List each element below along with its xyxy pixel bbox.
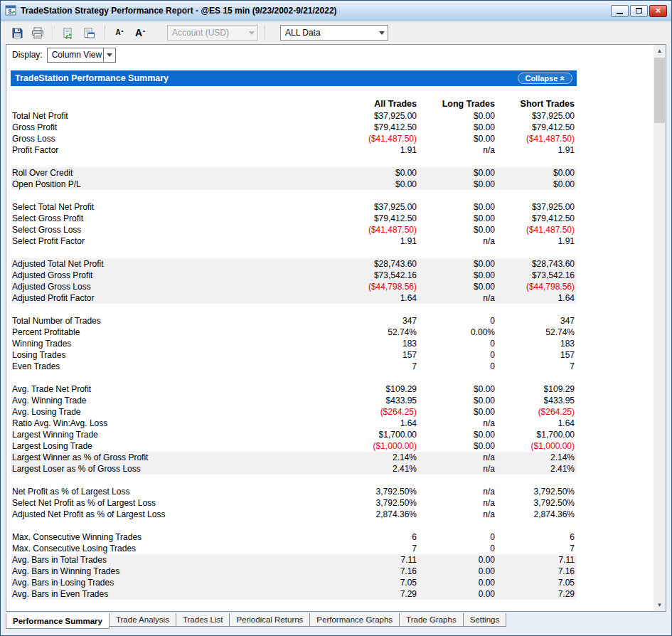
restore-icon	[636, 8, 642, 14]
cell-value: 7.29	[495, 588, 575, 600]
scroll-thumb[interactable]	[654, 58, 665, 123]
vertical-scrollbar[interactable]: ▲ ▼	[654, 45, 666, 611]
table-row: Winning Trades1830183	[11, 338, 577, 349]
cell-value: 7	[495, 543, 575, 554]
app-icon: $	[5, 5, 17, 16]
display-label: Display:	[12, 50, 43, 60]
cell-value: n/a	[417, 509, 495, 520]
summary-header-title: TradeStation Performance Summary	[15, 73, 169, 83]
cell-value: 0	[417, 361, 495, 372]
scroll-up-button[interactable]: ▲	[654, 45, 666, 57]
tab-trades-list[interactable]: Trades List	[176, 613, 230, 627]
tab-settings[interactable]: Settings	[463, 613, 507, 627]
row-group: Adjusted Total Net Profit$28,743.60$0.00…	[11, 258, 577, 304]
table-row: Largest Loser as % of Gross Loss2.41%n/a…	[11, 463, 577, 475]
cell-value: n/a	[417, 235, 495, 247]
cell-value: $79,412.50	[495, 122, 575, 133]
cell-value: $0.00	[417, 167, 495, 179]
row-label: Adjusted Gross Profit	[11, 270, 290, 281]
row-label: Roll Over Credit	[11, 167, 290, 179]
cell-value: ($41,487.50)	[495, 133, 575, 144]
cell-value: $0.00	[417, 429, 495, 440]
table-row: Largest Winning Trade$1,700.00$0.00$1,70…	[11, 429, 577, 440]
table-row: Profit Factor1.91n/a1.91	[11, 144, 577, 156]
scroll-down-button[interactable]: ▼	[654, 599, 666, 611]
cell-value: 183	[495, 338, 575, 349]
row-label: Total Net Profit	[11, 110, 290, 122]
minimize-button[interactable]	[611, 5, 629, 17]
cell-value: 1.91	[290, 235, 417, 247]
table-row: Losing Trades1570157	[11, 349, 577, 361]
dropdown-arrow-icon	[245, 31, 257, 35]
table-row: Even Trades707	[11, 361, 577, 372]
cell-value: 0.00%	[417, 327, 495, 338]
table-header-row: All Trades Long Trades Short Trades	[11, 96, 577, 109]
row-label: Gross Loss	[11, 133, 290, 144]
cell-value: 7	[290, 543, 417, 554]
row-label: Select Total Net Profit	[11, 201, 290, 213]
cell-value: $1,700.00	[495, 429, 575, 440]
tab-performance-summary[interactable]: Performance Summary	[6, 613, 110, 629]
dropdown-arrow-icon	[375, 31, 388, 35]
tab-trade-analysis[interactable]: Trade Analysis	[109, 613, 176, 627]
font-smaller-button[interactable]: A ▴	[110, 24, 129, 41]
cell-value: 2.41%	[290, 463, 417, 475]
cell-value: 0.00	[417, 588, 495, 600]
data-range-select[interactable]: ALL Data	[280, 25, 388, 41]
cell-value: $0.00	[417, 395, 495, 406]
cell-value: 347	[495, 315, 575, 327]
data-range-select-value: ALL Data	[285, 28, 321, 38]
dropdown-arrow-icon	[103, 48, 115, 62]
cell-value: 1.64	[290, 292, 417, 304]
row-label: Largest Losing Trade	[11, 440, 290, 452]
titlebar: $ TradeStation Strategy Performance Repo…	[1, 1, 671, 21]
cell-value: $0.00	[417, 258, 495, 270]
row-label: Adjusted Gross Loss	[11, 281, 290, 292]
performance-summary-report: TradeStation Performance Summary Collaps…	[11, 70, 577, 600]
cell-value: $1,700.00	[290, 429, 417, 440]
cell-value: 6	[495, 531, 575, 543]
cell-value: ($264.25)	[290, 406, 417, 418]
collapse-button[interactable]: Collapse «	[518, 73, 572, 84]
print-icon	[31, 27, 44, 39]
row-label: Avg. Bars in Even Trades	[11, 588, 290, 600]
cell-value: $0.00	[417, 270, 495, 281]
app-window: $ TradeStation Strategy Performance Repo…	[0, 0, 672, 636]
row-label: Ratio Avg. Win:Avg. Loss	[11, 418, 290, 429]
tab-trade-graphs[interactable]: Trade Graphs	[399, 613, 464, 627]
row-label: Even Trades	[11, 361, 290, 372]
cell-value: n/a	[417, 452, 495, 463]
cell-value: 7.16	[495, 566, 575, 577]
row-group: Roll Over Credit$0.00$0.00$0.00Open Posi…	[11, 167, 577, 190]
refresh-report-button[interactable]	[59, 24, 78, 41]
report-properties-button[interactable]	[80, 24, 98, 41]
row-label: Avg. Bars in Losing Trades	[11, 577, 290, 588]
cell-value: ($1,000.00)	[495, 440, 575, 452]
toolbar: A ▴ A ▴ Account (USD) ALL Data	[1, 21, 671, 44]
save-button[interactable]	[8, 24, 26, 41]
cell-value: $37,925.00	[495, 201, 575, 213]
cell-value: 2.41%	[495, 463, 575, 475]
font-smaller-caret-icon: ▴	[122, 28, 124, 33]
tab-performance-graphs[interactable]: Performance Graphs	[309, 613, 400, 627]
tab-periodical-returns[interactable]: Periodical Returns	[229, 613, 310, 627]
row-label: Select Net Profit as % of Largest Loss	[11, 497, 290, 509]
print-button[interactable]	[28, 24, 47, 41]
cell-value: $79,412.50	[290, 213, 417, 224]
row-label: Percent Profitable	[11, 327, 290, 338]
close-button[interactable]: ×	[649, 5, 667, 17]
cell-value: 0.00	[417, 566, 495, 577]
font-larger-button[interactable]: A ▴	[131, 24, 149, 41]
cell-value: ($41,487.50)	[495, 224, 575, 235]
cell-value: $0.00	[290, 179, 417, 190]
cell-value: $28,743.60	[290, 258, 417, 270]
cell-value: $0.00	[417, 440, 495, 452]
cell-value: 3,792.50%	[495, 486, 575, 497]
display-view-select[interactable]: Column View	[47, 48, 116, 63]
row-group: Largest Winner as % of Gross Profit2.14%…	[11, 452, 577, 475]
table-row: Total Net Profit$37,925.00$0.00$37,925.0…	[11, 110, 577, 122]
cell-value: $109.29	[495, 383, 575, 395]
restore-button[interactable]	[630, 5, 648, 17]
cell-value: 0	[417, 349, 495, 361]
cell-value: 7.29	[290, 588, 417, 600]
